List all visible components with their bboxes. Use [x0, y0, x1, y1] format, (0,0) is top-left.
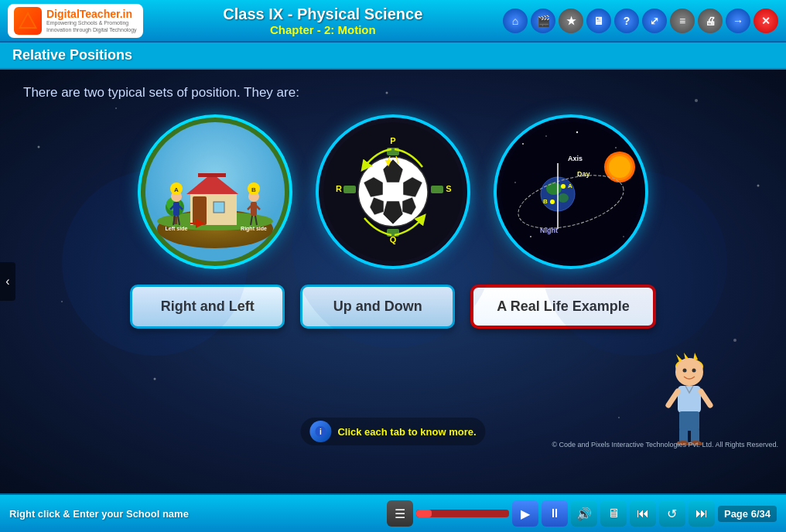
ctrl-print-button[interactable]: 🖨: [698, 9, 723, 33]
btn-right-left[interactable]: Right and Left: [130, 285, 285, 329]
bc-refresh-button[interactable]: ↺: [659, 500, 685, 527]
svg-text:Right side: Right side: [241, 226, 267, 232]
svg-rect-60: [431, 186, 443, 193]
svg-point-83: [561, 184, 566, 189]
btn-reallife[interactable]: A Real Life Example: [470, 285, 655, 329]
svg-point-93: [675, 358, 703, 386]
svg-point-10: [733, 339, 736, 342]
bottom-left-text: Right click & Enter your School name: [9, 508, 189, 520]
svg-text:P: P: [390, 136, 395, 145]
svg-rect-58: [343, 186, 356, 193]
logo-text: DigitalTeacher.in Empowering Schools & P…: [46, 8, 137, 33]
character-svg: [662, 353, 716, 445]
circle-right-left[interactable]: A Left side B: [138, 114, 292, 269]
header-center: Class IX - Physical Science Chapter - 2:…: [159, 5, 487, 36]
click-info-icon: i: [309, 421, 331, 442]
svg-point-66: [615, 147, 617, 148]
svg-rect-21: [214, 202, 224, 213]
ctrl-expand-button[interactable]: ⤢: [642, 9, 667, 33]
svg-point-9: [61, 301, 63, 302]
logo-teacher: Teacher: [80, 8, 120, 20]
page-indicator: Page 6/34: [718, 506, 777, 522]
svg-text:Axis: Axis: [568, 155, 583, 162]
svg-rect-96: [678, 386, 701, 413]
svg-line-98: [701, 391, 710, 405]
svg-point-76: [546, 182, 562, 195]
page-current: 6: [751, 508, 757, 520]
section-bar: Relative Positions: [0, 43, 786, 70]
svg-point-2: [38, 146, 40, 148]
svg-text:A: A: [568, 182, 572, 189]
svg-text:Left side: Left side: [165, 226, 187, 231]
bc-volume-button[interactable]: 🔊: [571, 500, 597, 527]
ctrl-home-button[interactable]: ⌂: [503, 9, 528, 33]
click-info-text: Click each tab to know more.: [337, 426, 476, 438]
svg-point-8: [757, 185, 760, 187]
svg-text:Q: Q: [389, 235, 396, 244]
svg-text:i: i: [320, 428, 322, 436]
circles-row: A Left side B: [138, 114, 648, 269]
svg-point-73: [609, 156, 631, 178]
circle-up-down[interactable]: P Q R S: [316, 114, 470, 269]
copyright: © Code and Pixels Interactive Technologi…: [552, 441, 778, 448]
svg-point-77: [558, 193, 569, 203]
ctrl-arrow-button[interactable]: →: [726, 9, 750, 33]
bottom-bar: Right click & Enter your School name ☰ ▶…: [0, 493, 786, 532]
svg-point-12: [618, 417, 620, 418]
svg-text:Night: Night: [540, 227, 558, 234]
header-controls: ⌂ 🎬 ★ 🖥 ? ⤢ ≡ 🖨 → ✕: [503, 9, 778, 33]
svg-point-3: [115, 107, 117, 109]
logo-subtitle-2: Innovation through Digital Technology: [46, 27, 137, 33]
svg-point-70: [623, 236, 624, 237]
svg-point-68: [514, 182, 516, 183]
header-subtitle: Chapter - 2: Motion: [159, 23, 487, 36]
bc-prev-button[interactable]: ⏮: [630, 500, 656, 527]
svg-point-85: [550, 200, 555, 204]
svg-line-97: [668, 391, 678, 405]
svg-rect-23: [198, 173, 226, 177]
bc-next-button[interactable]: ⏭: [689, 500, 715, 527]
svg-point-11: [154, 378, 156, 380]
ctrl-video-button[interactable]: 🎬: [531, 9, 555, 33]
ctrl-close-button[interactable]: ✕: [754, 9, 778, 33]
house-scene-svg: A Left side B: [144, 121, 287, 264]
svg-point-7: [695, 99, 698, 102]
bc-pause-button[interactable]: ⏸: [542, 500, 568, 527]
progress-bar: [416, 510, 509, 517]
logo-title: DigitalTeacher.in: [46, 8, 137, 20]
svg-point-64: [545, 135, 547, 137]
svg-point-95: [692, 369, 696, 373]
svg-point-69: [530, 236, 531, 237]
intro-text: There are two typical sets of position. …: [23, 85, 299, 101]
svg-text:Day: Day: [577, 170, 590, 178]
progress-fill: [416, 510, 432, 517]
ctrl-share-button[interactable]: ≡: [670, 9, 695, 33]
header: DigitalTeacher.in Empowering Schools & P…: [0, 0, 786, 43]
character: [662, 353, 716, 448]
click-info: i Click each tab to know more.: [300, 418, 485, 445]
buttons-row: Right and Left Up and Down A Real Life E…: [130, 285, 655, 329]
svg-text:A: A: [174, 186, 179, 193]
svg-text:B: B: [251, 186, 256, 193]
svg-text:S: S: [446, 184, 451, 193]
btn-up-down[interactable]: Up and Down: [300, 285, 455, 329]
main-content: ‹ There are two typical sets of position…: [0, 70, 786, 493]
bc-play-button[interactable]: ▶: [512, 500, 538, 527]
section-title: Relative Positions: [12, 47, 132, 63]
svg-point-63: [522, 143, 524, 145]
circle-reallife[interactable]: Axis Day Night A B: [494, 114, 648, 269]
bc-menu-button[interactable]: ☰: [387, 500, 413, 527]
svg-text:R: R: [336, 184, 342, 193]
logo-digital: Digital: [46, 8, 80, 20]
ctrl-help-button[interactable]: ?: [614, 9, 639, 33]
svg-point-5: [386, 92, 388, 94]
ctrl-star-button[interactable]: ★: [559, 9, 583, 33]
header-main-title: Class IX - Physical Science: [159, 5, 487, 23]
svg-point-65: [576, 131, 577, 132]
bottom-controls: ☰ ▶ ⏸ 🔊 🖥 ⏮ ↺ ⏭ Page 6/34: [387, 500, 777, 527]
logo-subtitle-1: Empowering Schools & Promoting: [46, 20, 137, 26]
bc-screen-button[interactable]: 🖥: [600, 500, 627, 527]
svg-rect-99: [679, 411, 699, 431]
ctrl-monitor-button[interactable]: 🖥: [586, 9, 611, 33]
left-panel-arrow[interactable]: ‹: [0, 262, 15, 301]
